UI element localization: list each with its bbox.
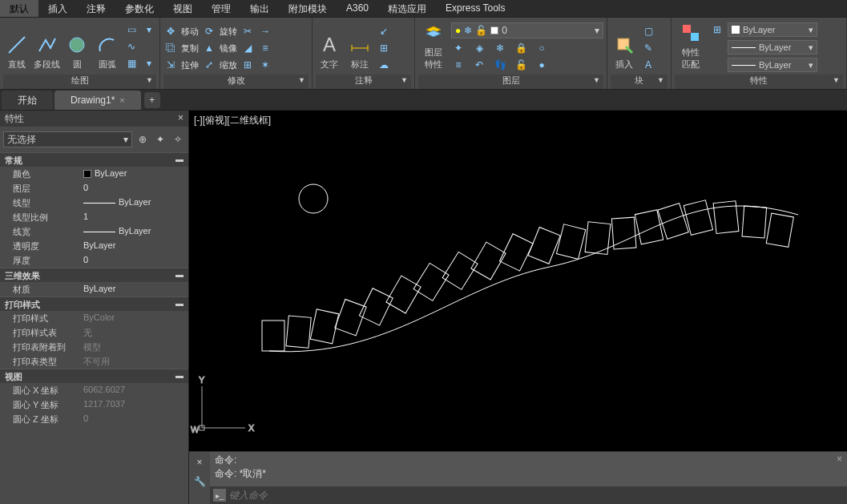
layer-properties-button[interactable]: 图层 特性 xyxy=(418,19,448,72)
edit-block-icon[interactable]: ✎ xyxy=(641,41,655,55)
tab-drawing1[interactable]: Drawing1*× xyxy=(54,91,141,110)
wrench-icon[interactable]: 🔧 xyxy=(192,474,207,489)
layer-on-icon[interactable]: ● xyxy=(534,58,549,72)
property-row[interactable]: 线型ByLayer xyxy=(0,196,188,210)
copy-button[interactable]: 复制 xyxy=(181,42,199,54)
text-button[interactable]: A 文字 xyxy=(316,19,343,72)
menu-item-featured[interactable]: 精选应用 xyxy=(378,0,436,17)
layer-dropdown[interactable]: ● ❄ 🔓 0 ▾ xyxy=(451,22,603,38)
explode-icon[interactable]: ✶ xyxy=(258,58,272,72)
tab-start[interactable]: 开始 xyxy=(2,91,53,110)
select-objects-icon[interactable]: ✦ xyxy=(153,132,167,147)
polyline-button[interactable]: 多段线 xyxy=(34,19,61,72)
command-prompt-icon[interactable]: ▸_ xyxy=(213,489,226,502)
dropdown-icon[interactable]: ▾ xyxy=(142,22,156,37)
array-icon[interactable]: ⊞ xyxy=(240,58,255,72)
layer-lock-icon[interactable]: 🔒 xyxy=(514,41,528,55)
property-row[interactable]: 打印表附着到模型 xyxy=(0,340,188,354)
layer-freeze-icon[interactable]: ❄ xyxy=(493,41,507,55)
layer-prev-icon[interactable]: ↶ xyxy=(472,58,486,72)
scale-button[interactable]: 缩放 xyxy=(220,59,237,71)
dropdown-icon[interactable]: ▾ xyxy=(142,56,156,71)
copy-icon[interactable]: ⿻ xyxy=(163,41,178,55)
command-history[interactable]: 命令: 命令: *取消* × xyxy=(210,452,847,486)
layer-unlock-icon[interactable]: 🔓 xyxy=(514,58,528,72)
fillet-icon[interactable]: ◢ xyxy=(240,41,255,55)
move-button[interactable]: 移动 xyxy=(181,26,199,38)
section-view[interactable]: 视图▬ xyxy=(0,369,188,383)
cloud-icon[interactable]: ☁ xyxy=(377,58,391,72)
section-3d[interactable]: 三维效果▬ xyxy=(0,268,188,282)
selection-dropdown[interactable]: 无选择▾ xyxy=(3,131,132,147)
menu-item-output[interactable]: 输出 xyxy=(240,0,279,17)
property-row[interactable]: 透明度ByLayer xyxy=(0,239,188,253)
props-icon[interactable]: ⊞ xyxy=(710,22,724,37)
clear-history-icon[interactable]: × xyxy=(837,454,842,465)
property-row[interactable]: 材质ByLayer xyxy=(0,282,188,296)
menu-item-a360[interactable]: A360 xyxy=(337,0,378,17)
extend-icon[interactable]: → xyxy=(258,24,272,38)
panel-title-block[interactable]: 块▼ xyxy=(611,75,668,89)
rotate-button[interactable]: 旋转 xyxy=(220,26,237,38)
property-row[interactable]: 打印样式ByColor xyxy=(0,311,188,325)
dimension-button[interactable]: 标注 xyxy=(346,19,373,72)
quick-select-icon[interactable]: ⊕ xyxy=(135,132,150,147)
menu-item-view[interactable]: 视图 xyxy=(163,0,202,17)
arc-button[interactable]: 圆弧 xyxy=(94,19,121,72)
rect-icon[interactable]: ▭ xyxy=(124,22,139,37)
offset-icon[interactable]: ≡ xyxy=(258,41,272,55)
scale-icon[interactable]: ⤢ xyxy=(202,58,216,72)
menu-item-express[interactable]: Express Tools xyxy=(436,0,514,17)
menu-item-manage[interactable]: 管理 xyxy=(202,0,240,17)
match-properties-button[interactable]: 特性 匹配 xyxy=(675,19,707,72)
circle-button[interactable]: 圆 xyxy=(64,19,91,72)
panel-title-annotate[interactable]: 注释▼ xyxy=(316,75,411,89)
property-row[interactable]: 颜色ByLayer xyxy=(0,167,188,181)
stretch-icon[interactable]: ⇲ xyxy=(163,58,178,72)
close-icon[interactable]: × xyxy=(119,95,124,105)
menu-item-insert[interactable]: 插入 xyxy=(38,0,77,17)
mirror-button[interactable]: 镜像 xyxy=(220,42,237,54)
leader-icon[interactable]: ↙ xyxy=(377,24,391,38)
layer-state-icon[interactable]: ✦ xyxy=(451,41,466,55)
trim-icon[interactable]: ✂ xyxy=(240,24,255,38)
mirror-icon[interactable]: ▲ xyxy=(202,41,216,55)
layer-match-icon[interactable]: ≡ xyxy=(451,58,466,72)
section-plot[interactable]: 打印样式▬ xyxy=(0,296,188,311)
close-palette-icon[interactable]: × xyxy=(178,112,184,125)
panel-title-modify[interactable]: 修改▼ xyxy=(163,75,309,89)
new-tab-button[interactable]: + xyxy=(144,92,160,108)
property-row[interactable]: 圆心 X 坐标6062.6027 xyxy=(0,383,188,397)
property-row[interactable]: 打印样式表无 xyxy=(0,325,188,340)
table-icon[interactable]: ⊞ xyxy=(377,41,391,55)
menu-item-addons[interactable]: 附加模块 xyxy=(279,0,337,17)
property-row[interactable]: 图层0 xyxy=(0,181,188,196)
line-button[interactable]: 直线 xyxy=(3,19,30,72)
menu-item-default[interactable]: 默认 xyxy=(0,0,38,17)
property-row[interactable]: 线型比例1 xyxy=(0,210,188,224)
pickadd-icon[interactable]: ✧ xyxy=(171,132,185,147)
property-row[interactable]: 圆心 Z 坐标0 xyxy=(0,412,188,426)
section-general[interactable]: 常规▬ xyxy=(0,152,188,167)
menu-item-annotate[interactable]: 注释 xyxy=(77,0,115,17)
drawing-area[interactable]: [-][俯视][二维线框] Y X W xyxy=(189,111,847,504)
close-cmd-icon[interactable]: × xyxy=(192,455,207,470)
command-input[interactable] xyxy=(229,490,844,501)
lineweight-combo[interactable]: ByLayer▾ xyxy=(728,58,817,72)
insert-block-button[interactable]: 插入 xyxy=(611,19,638,72)
property-row[interactable]: 线宽ByLayer xyxy=(0,224,188,239)
panel-title-draw[interactable]: 绘图▼ xyxy=(3,75,156,89)
menu-item-parametric[interactable]: 参数化 xyxy=(115,0,163,17)
linetype-combo[interactable]: ByLayer▾ xyxy=(728,40,817,54)
layer-iso-icon[interactable]: ◈ xyxy=(472,41,486,55)
create-block-icon[interactable]: ▢ xyxy=(641,24,655,38)
panel-title-layers[interactable]: 图层▼ xyxy=(418,75,603,89)
viewport-label[interactable]: [-][俯视][二维线框] xyxy=(194,114,271,127)
spline-icon[interactable]: ∿ xyxy=(124,39,139,54)
property-row[interactable]: 厚度0 xyxy=(0,253,188,268)
rotate-icon[interactable]: ⟳ xyxy=(202,24,216,38)
attr-icon[interactable]: A xyxy=(641,58,655,72)
panel-title-properties[interactable]: 特性▼ xyxy=(675,75,843,89)
stretch-button[interactable]: 拉伸 xyxy=(181,59,199,71)
property-row[interactable]: 打印表类型不可用 xyxy=(0,354,188,369)
